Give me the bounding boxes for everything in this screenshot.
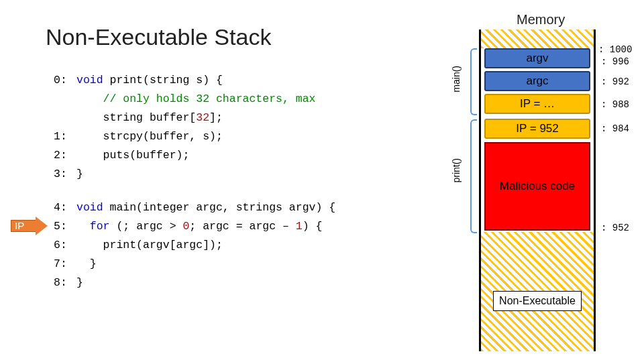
code-line: string buffer[32]; xyxy=(54,109,335,127)
addr-992: : 992 xyxy=(601,76,629,87)
brace-main xyxy=(470,48,477,115)
stack-frame-argc: argc xyxy=(484,71,590,91)
code-text: ]; xyxy=(209,111,223,124)
frame-label: Non-Executable xyxy=(499,295,576,307)
addr-952: : 952 xyxy=(601,223,629,233)
line-number: 1: xyxy=(54,127,76,146)
stack-frame-ip-ellipsis: IP = … xyxy=(484,94,590,114)
line-number: 3: xyxy=(54,165,76,184)
num: 32 xyxy=(196,111,209,124)
code-line: 6: print(argv[argc]); xyxy=(54,236,335,255)
frame-label: argc xyxy=(526,74,548,88)
memory-column: argv argc IP = … IP = 952 Malicious code… xyxy=(479,29,596,351)
addr-984: : 984 xyxy=(601,123,629,134)
line-number: 4: xyxy=(54,198,76,217)
memory-heading: Memory xyxy=(517,12,565,27)
code-text: } xyxy=(90,257,97,270)
line-number: 5: xyxy=(54,217,76,236)
kw: void xyxy=(76,201,103,214)
line-number: 6: xyxy=(54,236,76,255)
code-line: // only holds 32 characters, max xyxy=(54,90,335,109)
ip-label: IP xyxy=(15,220,24,231)
brace-print xyxy=(470,119,477,233)
code-text: puts(buffer); xyxy=(103,149,190,162)
code-line: 1: strcpy(buffer, s); xyxy=(54,127,335,146)
code-line: 4:void main(integer argc, strings argv) … xyxy=(54,198,335,217)
addr-1000: : 1000 xyxy=(598,44,632,55)
addr-988: : 988 xyxy=(601,99,629,110)
ip-arrow: IP xyxy=(11,217,48,235)
num: 1 xyxy=(296,220,303,233)
code-text: ; argc = argc – xyxy=(189,220,295,233)
code-line: 7: } xyxy=(54,255,335,274)
stack-frame-malicious: Malicious code xyxy=(484,142,590,231)
stack-frame-ip-val: IP = 952 xyxy=(484,119,590,139)
code-text: string buffer[ xyxy=(103,111,197,124)
code-text: ) { xyxy=(303,220,323,233)
line-number: 7: xyxy=(54,255,76,274)
code-text: print(argv[argc]); xyxy=(103,239,223,251)
frame-label: Malicious code xyxy=(500,180,575,193)
label-main: main() xyxy=(451,66,462,93)
code-text: print(string s) { xyxy=(103,74,223,86)
non-executable-label: Non-Executable xyxy=(493,291,582,311)
kw: for xyxy=(90,220,110,233)
label-print: print() xyxy=(451,158,462,183)
hatch-region xyxy=(481,29,594,48)
code-block: 0:void print(string s) { // only holds 3… xyxy=(54,71,335,293)
frame-label: IP = 952 xyxy=(516,122,559,135)
code-line: 3:} xyxy=(54,165,335,184)
code-line: 8:} xyxy=(54,274,335,292)
code-text: } xyxy=(76,276,83,289)
num: 0 xyxy=(182,220,189,233)
comment: // only holds 32 characters, max xyxy=(103,93,316,105)
line-number: 0: xyxy=(54,71,76,90)
frame-label: argv xyxy=(526,52,548,65)
code-line: 0:void print(string s) { xyxy=(54,71,335,90)
kw: void xyxy=(76,74,103,86)
code-text: main(integer argc, strings argv) { xyxy=(103,201,336,214)
code-line: 2: puts(buffer); xyxy=(54,146,335,165)
line-number: 2: xyxy=(54,146,76,165)
code-text: } xyxy=(76,168,83,180)
code-line: 5: for (; argc > 0; argc = argc – 1) { xyxy=(54,217,335,236)
addr-996: : 996 xyxy=(601,56,629,67)
arrow-head-icon xyxy=(36,217,48,235)
code-text: (; argc > xyxy=(110,220,183,233)
frame-label: IP = … xyxy=(520,97,555,111)
stack-frame-argv: argv xyxy=(484,48,590,68)
slide-title: Non-Executable Stack xyxy=(46,24,271,50)
code-text: strcpy(buffer, s); xyxy=(103,130,223,143)
line-number: 8: xyxy=(54,274,76,292)
